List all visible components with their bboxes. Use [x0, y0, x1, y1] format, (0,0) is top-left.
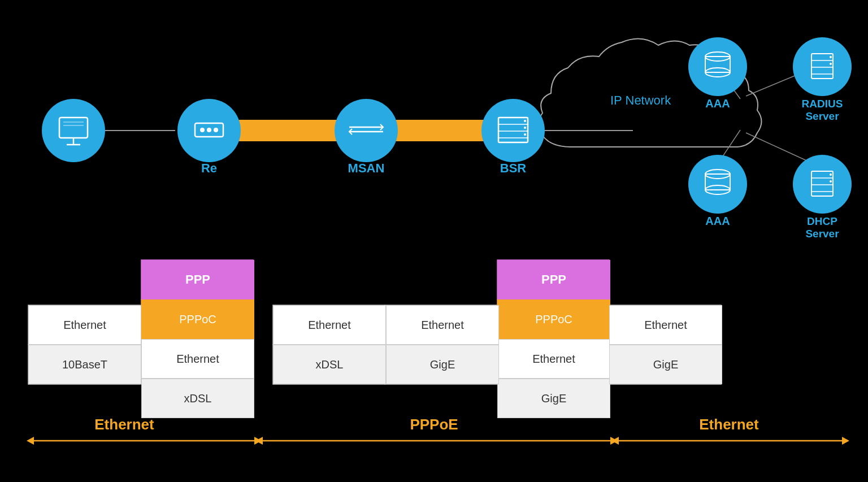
svg-point-15 — [524, 120, 526, 122]
msan-xdsl-div: xDSL — [273, 345, 386, 384]
svg-point-17 — [524, 133, 526, 136]
bsr-node — [481, 99, 545, 162]
cloud-line-dhcp — [746, 133, 814, 164]
client-stack: Ethernet 10BaseT — [28, 305, 141, 384]
timeline-pppoe-arrow-l — [255, 437, 263, 445]
dhcp-label: DHCP — [807, 215, 837, 227]
svg-point-8 — [214, 128, 218, 132]
aaa1-label: AAA — [705, 97, 730, 110]
bsr-left-stack: PPP PPPoC Ethernet GigE — [497, 260, 610, 418]
dhcp-node — [793, 155, 852, 214]
svg-point-6 — [200, 128, 205, 132]
re-pppoc-div: PPPoC — [141, 299, 254, 339]
client-10baset-div: 10BaseT — [28, 345, 141, 384]
network-diagram: IP Network Re MSAN — [0, 0, 868, 482]
aaa1-node — [688, 37, 747, 96]
msan-label: MSAN — [348, 161, 385, 175]
svg-point-34 — [830, 173, 832, 176]
svg-point-26 — [830, 63, 832, 65]
msan-gige-div: GigE — [386, 345, 499, 384]
bsr-gige-right-div: GigE — [609, 345, 722, 384]
dhcp-server-label: Server — [805, 228, 839, 240]
aaa2-node — [688, 155, 747, 214]
msan-eth-right-div: Ethernet — [386, 305, 499, 345]
re-xdsl-div: xDSL — [141, 379, 254, 418]
re-ethernet-div: Ethernet — [141, 339, 254, 379]
bsr-gige-div: GigE — [497, 379, 610, 418]
svg-point-35 — [830, 180, 832, 183]
timeline-ethernet-right-arrow-l — [611, 437, 619, 445]
client-ethernet-div: Ethernet — [28, 305, 141, 345]
svg-point-16 — [524, 127, 526, 129]
timeline-ethernet-left-arrow-l — [27, 437, 34, 445]
timeline-pppoe-label: PPPoE — [410, 416, 458, 433]
bsr-ethernet-div: Ethernet — [497, 339, 610, 379]
bsr-eth-right-div: Ethernet — [609, 305, 722, 345]
re-label: Re — [201, 161, 217, 175]
bsr-label: BSR — [500, 161, 527, 175]
ip-network-label: IP Network — [610, 93, 671, 107]
re-stack: PPP PPPoC Ethernet xDSL — [141, 260, 254, 418]
bsr-right-stack: Ethernet GigE — [609, 305, 722, 384]
msan-node — [335, 99, 398, 162]
timeline-ethernet-left-label: Ethernet — [94, 416, 154, 433]
radius-server-label: Server — [805, 110, 839, 122]
bsr-ppp-div: PPP — [497, 260, 610, 299]
re-ppp-div: PPP — [141, 260, 254, 299]
radius-label: RADIUS — [802, 98, 843, 110]
aaa2-label: AAA — [705, 215, 730, 227]
timeline-ethernet-right-label: Ethernet — [699, 416, 759, 433]
bsr-pppoc-div: PPPoC — [497, 299, 610, 339]
msan-stack: Ethernet xDSL Ethernet GigE — [273, 305, 499, 384]
radius-node — [793, 37, 852, 96]
msan-eth-left-div: Ethernet — [273, 305, 386, 345]
svg-point-25 — [830, 56, 832, 58]
timeline-ethernet-right-arrow — [842, 437, 849, 445]
client-node — [42, 99, 105, 162]
svg-point-7 — [207, 128, 211, 132]
